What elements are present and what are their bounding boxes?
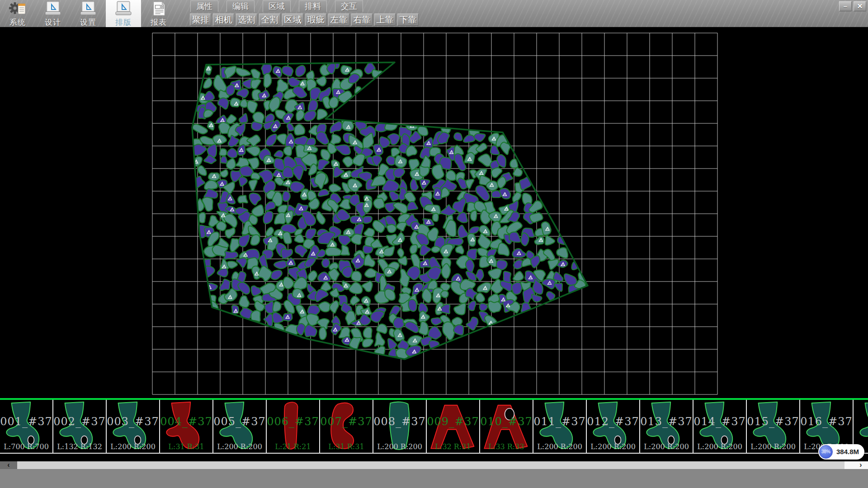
menu-tab-4[interactable]: 排料 — [299, 0, 327, 12]
part-quantity-label: L:200 R:200 — [640, 442, 693, 451]
part-quantity-label: L:31 R:31 — [320, 442, 373, 451]
toolbar-button-6[interactable]: 瑕疵 — [305, 14, 326, 26]
scroll-left-button[interactable]: ‹ — [0, 461, 17, 469]
thumbnail-007_#37[interactable]: 007_#37L:31 R:31 — [320, 400, 373, 453]
menu-tab-2[interactable]: 编辑 — [226, 0, 255, 12]
part-quantity-label: L:31 R:31 — [160, 442, 212, 451]
thumbnail-011_#37[interactable]: 011_#37L:200 R:200 — [533, 400, 587, 453]
thumbnail-015_#37[interactable]: 015_#37L:200 R:200 — [747, 400, 800, 453]
nav-item-design[interactable]: 设计 — [35, 0, 71, 27]
window-controls: – ✕ — [839, 1, 866, 11]
memory-percent-indicator: 38% — [819, 445, 833, 459]
action-toolbar: 聚排相机选割全割区域瑕疵左靠右靠上靠下靠 — [190, 14, 419, 26]
status-bar — [0, 469, 868, 488]
thumbnail-004_#37[interactable]: 004_#37L:31 R:31 — [160, 400, 213, 453]
part-quantity-label: L:200 R:200 — [747, 442, 799, 451]
part-quantity-label: L:200 R:200 — [373, 442, 426, 451]
thumbnail-006_#37[interactable]: 006_#37L:21 R:21 — [267, 400, 320, 453]
thumbnail-008_#37[interactable]: 008_#37L:200 R:200 — [373, 400, 427, 453]
toolbar-button-7[interactable]: 左靠 — [328, 14, 349, 26]
design-icon — [35, 1, 71, 17]
scroll-right-button[interactable]: › — [856, 461, 865, 469]
system-icon — [0, 1, 35, 17]
nav-item-label: 排版 — [115, 18, 132, 27]
thumbnail-005_#37[interactable]: 005_#37L:200 R:200 — [213, 400, 267, 453]
nav-item-label: 设计 — [45, 18, 61, 27]
memory-badge[interactable]: 38% 384.8M — [818, 444, 864, 460]
horizontal-scrollbar[interactable]: ‹ › — [0, 461, 868, 469]
part-name-label: 013_#37 — [640, 415, 693, 428]
nav-bar: 系统设计设置排版报表 — [0, 0, 176, 27]
toolbar-button-1[interactable]: 聚排 — [190, 14, 211, 26]
menu-tab-bar: 属性编辑区域排料交互 — [190, 0, 363, 12]
minimize-button[interactable]: – — [839, 1, 852, 11]
part-name-label: 014_#37 — [693, 415, 746, 428]
parts-filmstrip: 001_#37L:700 R:700002_#37L:132 R:132003_… — [0, 400, 868, 454]
thumbnail-010_#37[interactable]: 010_#37L:33 R:33 — [480, 400, 533, 453]
toolbar-button-2[interactable]: 相机 — [213, 14, 234, 26]
part-name-label: 012_#37 — [587, 415, 639, 428]
chevron-left-icon: ‹ — [7, 461, 9, 469]
layout-icon — [106, 1, 141, 17]
close-button[interactable]: ✕ — [854, 1, 866, 11]
thumbnail-002_#37[interactable]: 002_#37L:132 R:132 — [53, 400, 107, 453]
nav-item-layout[interactable]: 排版 — [106, 0, 141, 27]
part-quantity-label: L:200 R:200 — [107, 442, 159, 451]
menu-tab-5[interactable]: 交互 — [335, 0, 363, 12]
thumbnail-009_#37[interactable]: 009_#37L:32 R:31 — [427, 400, 480, 453]
toolbar-button-10[interactable]: 下靠 — [397, 14, 419, 26]
part-name-label: 005_#37 — [213, 415, 266, 428]
nav-item-settings[interactable]: 设置 — [71, 0, 106, 27]
part-name-label: 015_#37 — [747, 415, 799, 428]
thumbnail-014_#37[interactable]: 014_#37L:200 R:200 — [693, 400, 747, 453]
part-name-label: 001_#37 — [0, 415, 52, 428]
toolbar-button-3[interactable]: 选割 — [236, 14, 257, 26]
part-name-label: 006_#37 — [267, 415, 319, 428]
chevron-right-icon: › — [859, 461, 862, 469]
thumbnail-012_#37[interactable]: 012_#37L:200 R:200 — [587, 400, 640, 453]
part-name-label: 004_#37 — [160, 415, 212, 428]
menu-tab-1[interactable]: 属性 — [190, 0, 218, 12]
part-name-label: 011_#37 — [533, 415, 586, 428]
settings-icon — [71, 1, 106, 17]
part-quantity-label: L:21 R:21 — [267, 442, 319, 451]
thumbnail-003_#37[interactable]: 003_#37L:200 R:200 — [107, 400, 160, 453]
part-quantity-label: L:200 R:200 — [587, 442, 639, 451]
toolbar-button-8[interactable]: 右靠 — [351, 14, 373, 26]
part-quantity-label: L:200 R:200 — [213, 442, 266, 451]
memory-value: 384.8M — [836, 444, 859, 460]
part-quantity-label: L:32 R:31 — [427, 442, 479, 451]
thumbnail-001_#37[interactable]: 001_#37L:700 R:700 — [0, 400, 53, 453]
part-quantity-label: L:200 R:200 — [533, 442, 586, 451]
nav-item-label: 报表 — [151, 18, 167, 27]
thumbnail-013_#37[interactable]: 013_#37L:200 R:200 — [640, 400, 693, 453]
menu-tab-3[interactable]: 区域 — [263, 0, 291, 12]
top-toolbar: 系统设计设置排版报表 属性编辑区域排料交互 聚排相机选割全割区域瑕疵左靠右靠上靠… — [0, 0, 868, 27]
nav-item-system[interactable]: 系统 — [0, 0, 35, 27]
nav-item-label: 设置 — [80, 18, 96, 27]
part-name-label: 016_#37 — [800, 415, 853, 428]
part-quantity-label: L:700 R:700 — [0, 442, 52, 451]
toolbar-button-4[interactable]: 全割 — [259, 14, 280, 26]
part-quantity-label: L:200 R:200 — [693, 442, 746, 451]
toolbar-button-9[interactable]: 上靠 — [374, 14, 396, 26]
nav-item-label: 系统 — [9, 18, 26, 27]
part-quantity-label: L:132 R:132 — [53, 442, 106, 451]
toolbar-button-5[interactable]: 区域 — [282, 14, 303, 26]
part-quantity-label: L:33 R:33 — [480, 442, 533, 451]
part-name-label: 003_#37 — [107, 415, 159, 428]
part-name-label: 009_#37 — [427, 415, 479, 428]
part-name-label: 008_#37 — [373, 415, 426, 428]
report-icon — [141, 1, 176, 17]
part-name-label: 010_#37 — [480, 415, 533, 428]
scrollbar-thumb[interactable] — [17, 461, 844, 469]
part-name-label: 007_#37 — [320, 415, 373, 428]
nav-item-report[interactable]: 报表 — [141, 0, 176, 27]
part-name-label: 002_#37 — [53, 415, 106, 428]
